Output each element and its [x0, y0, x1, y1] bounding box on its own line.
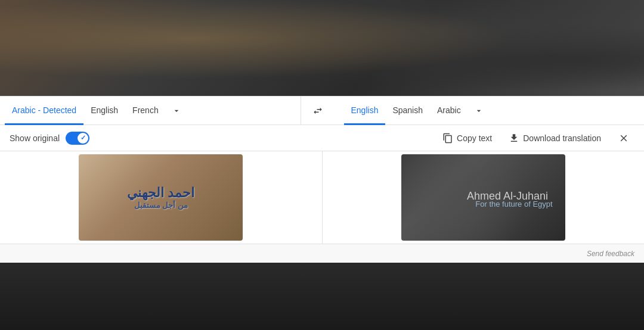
toggle-knob: ✓	[78, 133, 88, 144]
tab-french-source[interactable]: French	[125, 97, 166, 125]
close-icon	[618, 133, 629, 144]
translate-panel: Arabic - Detected English French English…	[0, 96, 644, 263]
target-lang-bar: English Spanish Arabic	[335, 96, 645, 124]
copy-text-label: Copy text	[457, 133, 492, 143]
arabic-text: احمد الجهني	[127, 185, 194, 201]
source-lang-more-button[interactable]	[166, 100, 187, 122]
actions-bar: Show original ✓ Copy text Download trans…	[0, 125, 644, 151]
target-lang-more-button[interactable]	[468, 100, 490, 122]
toggle-check-icon: ✓	[80, 134, 86, 142]
download-label: Download translation	[523, 133, 601, 143]
target-content-panel: Ahmed Al-Juhani For the future of Egypt	[323, 151, 645, 244]
arabic-subtext: من أجل مستقبل	[127, 201, 194, 210]
send-feedback-link[interactable]: Send feedback	[587, 250, 634, 258]
source-content-panel: احمد الجهني من أجل مستقبل	[0, 151, 323, 244]
tab-arabic-detected[interactable]: Arabic - Detected	[5, 97, 83, 125]
bottom-background	[0, 263, 644, 330]
content-area: احمد الجهني من أجل مستقبل Ahmed Al-Juhan…	[0, 151, 644, 244]
english-translated-subtext: For the future of Egypt	[475, 200, 552, 208]
close-button[interactable]	[613, 127, 634, 149]
copy-text-button[interactable]: Copy text	[435, 129, 499, 147]
source-text-overlay: احمد الجهني من أجل مستقبل	[127, 185, 194, 210]
tab-english-source[interactable]: English	[83, 97, 125, 125]
swap-languages-button[interactable]	[306, 99, 330, 123]
download-icon	[509, 133, 519, 144]
footer-bar: Send feedback	[0, 244, 644, 263]
language-bar: Arabic - Detected English French English…	[0, 96, 644, 125]
download-translation-button[interactable]: Download translation	[501, 129, 608, 147]
tab-arabic-target[interactable]: Arabic	[430, 97, 468, 125]
source-lang-bar: Arabic - Detected English French	[0, 96, 301, 124]
tab-spanish-target[interactable]: Spanish	[385, 97, 430, 125]
show-original-label: Show original	[10, 133, 60, 143]
show-original-toggle[interactable]: ✓	[66, 132, 89, 145]
top-image-area	[0, 0, 644, 96]
copy-icon	[442, 133, 453, 144]
tab-english-target[interactable]: English	[344, 97, 386, 125]
source-image: احمد الجهني من أجل مستقبل	[79, 154, 243, 241]
target-image: Ahmed Al-Juhani For the future of Egypt	[401, 154, 565, 241]
